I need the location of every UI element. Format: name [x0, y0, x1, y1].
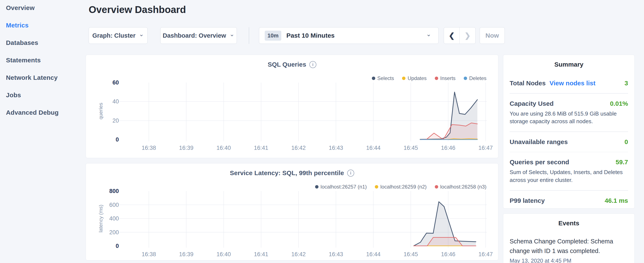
chevron-right-icon: ❯	[464, 31, 471, 40]
sql-queries-chart-card: SQL Queries i Selects Updates Inserts De…	[86, 55, 498, 158]
svg-text:0: 0	[116, 243, 119, 249]
summary-panel: Summary Total Nodes View nodes list 3 Ca…	[503, 55, 635, 208]
summary-label: Queries per second	[510, 158, 569, 166]
svg-text:16:46: 16:46	[441, 145, 456, 151]
view-nodes-list-link[interactable]: View nodes list	[550, 80, 595, 87]
summary-row-capacity-used: Capacity Used 0.01% You are using 28.6 M…	[510, 100, 628, 125]
now-button-label: Now	[486, 32, 499, 39]
svg-text:16:47: 16:47	[478, 145, 493, 151]
svg-text:16:45: 16:45	[404, 251, 418, 257]
svg-text:16:38: 16:38	[142, 251, 156, 257]
svg-text:800: 800	[109, 189, 119, 194]
svg-text:16:42: 16:42	[291, 251, 306, 257]
summary-value: 0	[624, 138, 628, 146]
summary-value: 46.1 ms	[605, 197, 628, 204]
chevron-down-icon: ⌄	[426, 33, 431, 35]
svg-text:16:39: 16:39	[179, 145, 194, 151]
sidebar-item-statements[interactable]: Statements	[6, 57, 82, 64]
sidebar-item-overview[interactable]: Overview	[6, 4, 82, 12]
summary-title: Summary	[510, 61, 628, 68]
summary-label: Capacity Used	[510, 100, 554, 107]
events-panel: Events Schema Change Completed: Schema c…	[503, 213, 635, 263]
svg-text:16:41: 16:41	[254, 145, 268, 151]
time-step-buttons: ❮ ❯	[444, 27, 476, 44]
svg-text:16:43: 16:43	[329, 251, 343, 257]
svg-text:60: 60	[112, 80, 119, 86]
legend-dot	[435, 77, 438, 80]
svg-text:16:40: 16:40	[216, 145, 231, 151]
time-forward-button[interactable]: ❯	[460, 28, 476, 44]
svg-text:16:45: 16:45	[404, 145, 418, 151]
svg-text:40: 40	[112, 98, 119, 105]
sidebar-item-advanced-debug[interactable]: Advanced Debug	[6, 109, 82, 117]
summary-value: 3	[624, 80, 628, 87]
summary-row-total-nodes: Total Nodes View nodes list 3	[510, 80, 628, 87]
sidebar: Overview Metrics Databases Statements Ne…	[6, 4, 82, 126]
divider	[510, 152, 628, 152]
legend-dot	[402, 77, 406, 80]
event-timestamp: May 13, 2020 at 4:45 PM	[510, 257, 628, 263]
legend-dot	[375, 185, 378, 188]
events-title: Events	[510, 220, 628, 227]
summary-label: Total Nodes	[510, 80, 546, 87]
summary-row-p99-latency: P99 latency 46.1 ms	[510, 197, 628, 204]
svg-text:16:39: 16:39	[179, 251, 194, 257]
svg-text:16:47: 16:47	[478, 251, 493, 257]
summary-value: 0.01%	[610, 100, 628, 107]
svg-text:queries: queries	[98, 103, 104, 120]
legend-dot	[464, 77, 467, 80]
summary-row-queries-per-second: Queries per second 59.7 Sum of Selects, …	[510, 158, 628, 184]
svg-text:16:44: 16:44	[366, 251, 380, 257]
info-icon[interactable]: i	[309, 61, 316, 68]
chevron-left-icon: ❮	[448, 31, 455, 40]
time-range-dropdown[interactable]: 10m Past 10 Minutes ⌄	[259, 27, 438, 44]
svg-text:16:46: 16:46	[441, 251, 456, 257]
graph-dropdown-label: Graph: Cluster	[92, 32, 136, 39]
divider	[510, 190, 628, 191]
summary-description: Sum of Selects, Updates, Inserts, and De…	[510, 168, 628, 184]
chevron-down-icon: ⌄	[139, 33, 144, 35]
service-latency-chart-card: Service Latency: SQL, 99th percentile i …	[86, 163, 498, 260]
svg-text:0: 0	[116, 136, 119, 143]
dashboard-dropdown[interactable]: Dashboard: Overview ⌄	[160, 27, 237, 44]
summary-description: You are using 28.6 MiB of 515.9 GiB usab…	[510, 110, 628, 125]
summary-label: P99 latency	[510, 197, 545, 204]
svg-text:600: 600	[109, 202, 119, 208]
service-latency-plot[interactable]: 020040060080016:3816:3916:4016:4116:4216…	[86, 189, 498, 260]
svg-text:16:44: 16:44	[366, 145, 380, 151]
graph-dropdown[interactable]: Graph: Cluster ⌄	[89, 27, 148, 44]
legend-dot	[372, 77, 375, 80]
time-back-button[interactable]: ❮	[444, 28, 460, 44]
svg-text:200: 200	[109, 229, 119, 235]
svg-text:16:40: 16:40	[216, 251, 231, 257]
legend-dot	[315, 185, 318, 188]
sidebar-item-metrics[interactable]: Metrics	[6, 22, 82, 29]
summary-label: Unavailable ranges	[510, 138, 568, 146]
sidebar-item-network-latency[interactable]: Network Latency	[6, 74, 82, 82]
event-message[interactable]: Schema Change Completed: Schema change w…	[510, 237, 628, 256]
page-title: Overview Dashboard	[89, 4, 186, 15]
sql-queries-plot[interactable]: 020406016:3816:3916:4016:4116:4216:4316:…	[86, 80, 498, 158]
svg-text:16:41: 16:41	[254, 251, 268, 257]
sidebar-item-databases[interactable]: Databases	[6, 39, 82, 47]
sidebar-item-jobs[interactable]: Jobs	[6, 92, 82, 99]
svg-text:16:42: 16:42	[291, 145, 306, 151]
svg-text:20: 20	[112, 117, 119, 124]
svg-text:16:43: 16:43	[329, 145, 343, 151]
svg-text:latency (ms): latency (ms)	[98, 205, 104, 232]
dashboard-dropdown-label: Dashboard: Overview	[163, 32, 226, 39]
toolbar-divider	[249, 27, 249, 44]
svg-text:16:38: 16:38	[142, 145, 156, 151]
legend-dot	[435, 185, 438, 188]
summary-row-unavailable-ranges: Unavailable ranges 0	[510, 138, 628, 146]
summary-value: 59.7	[616, 158, 628, 166]
chart-title: SQL Queries	[268, 61, 306, 68]
svg-text:400: 400	[109, 215, 119, 222]
time-range-label: Past 10 Minutes	[286, 32, 423, 39]
now-button[interactable]: Now	[480, 27, 505, 44]
chevron-down-icon: ⌄	[230, 33, 234, 35]
time-range-badge: 10m	[265, 31, 281, 41]
divider	[510, 93, 628, 94]
chart-title: Service Latency: SQL, 99th percentile	[230, 169, 344, 177]
info-icon[interactable]: i	[347, 170, 354, 177]
